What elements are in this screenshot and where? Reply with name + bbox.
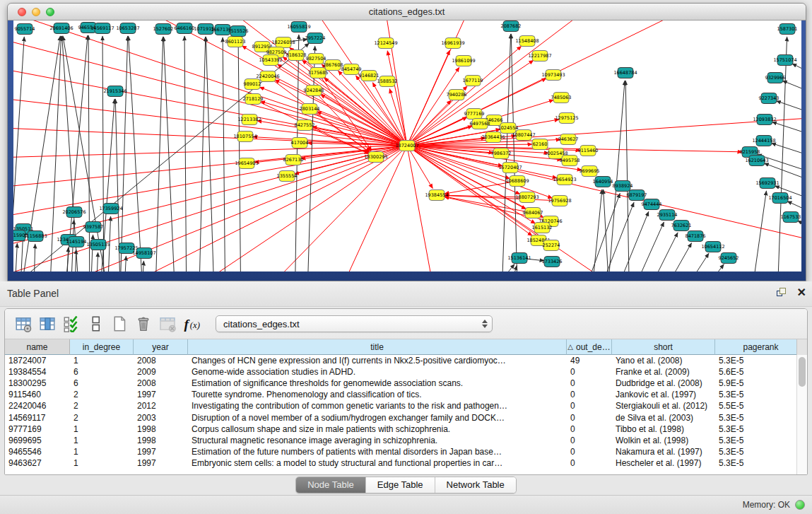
graph-edge[interactable] bbox=[500, 265, 517, 271]
column-header-title[interactable]: title bbox=[188, 339, 567, 355]
graph-node[interactable]: 21915346 bbox=[103, 86, 126, 97]
graph-edge[interactable] bbox=[199, 37, 206, 271]
graph-node[interactable]: 417004 bbox=[291, 138, 309, 148]
graph-node[interactable]: 8267130 bbox=[283, 155, 304, 165]
graph-node[interactable]: 16648784 bbox=[613, 68, 637, 78]
table-row[interactable]: 1938455462009Genome-wide association stu… bbox=[5, 366, 807, 378]
graph-node[interactable]: 20691406 bbox=[49, 23, 73, 34]
vertical-scrollbar[interactable] bbox=[796, 355, 807, 474]
graph-node[interactable]: 7986372 bbox=[491, 148, 512, 159]
graph-node[interactable]: 9329966 bbox=[765, 73, 786, 83]
graph-node[interactable]: 6879197 bbox=[627, 190, 647, 201]
float-panel-icon[interactable] bbox=[776, 287, 787, 298]
graph-node[interactable]: 12124549 bbox=[374, 38, 397, 49]
graph-node[interactable]: 9699695 bbox=[579, 166, 600, 177]
graph-edge[interactable] bbox=[247, 150, 403, 271]
graph-edge[interactable] bbox=[606, 81, 625, 271]
graph-node[interactable]: 9495758 bbox=[560, 156, 580, 166]
table-row[interactable]: 2242004622012Investigating the contribut… bbox=[5, 400, 807, 411]
table-row[interactable]: 969969511998Structural magnetic resonanc… bbox=[5, 435, 807, 446]
graph-node[interactable]: 15692931 bbox=[755, 178, 779, 189]
graph-edge[interactable] bbox=[771, 143, 801, 165]
graph-node[interactable]: 252274 bbox=[543, 240, 560, 251]
graph-node[interactable]: 19654903 bbox=[235, 158, 258, 169]
graph-node[interactable]: 12217987 bbox=[528, 51, 551, 62]
graph-node[interactable]: 7632621 bbox=[671, 221, 692, 231]
table-row[interactable]: 1830029562008Estimation of significance … bbox=[5, 378, 807, 389]
graph-node[interactable]: 12213382 bbox=[237, 115, 261, 125]
graph-edge[interactable] bbox=[13, 243, 17, 271]
graph-node[interactable]: 19861099 bbox=[452, 56, 475, 66]
graph-node[interactable]: 20206576 bbox=[62, 207, 86, 218]
scrollbar-thumb[interactable] bbox=[799, 357, 806, 387]
graph-edge[interactable] bbox=[792, 64, 801, 88]
graph-node[interactable]: 12093832 bbox=[753, 115, 776, 125]
graph-edge[interactable] bbox=[33, 244, 35, 271]
graph-node[interactable]: 13505135 bbox=[86, 240, 110, 250]
graph-node[interactable]: 9684067 bbox=[523, 208, 543, 218]
graph-edge[interactable] bbox=[589, 202, 634, 271]
column-visibility-icon[interactable] bbox=[37, 314, 57, 334]
graph-node[interactable]: 18226058 bbox=[271, 37, 295, 48]
graph-node[interactable]: 1615132 bbox=[532, 223, 553, 233]
graph-node[interactable]: 15136141 bbox=[507, 253, 531, 264]
column-header-in_degree[interactable]: in_degree bbox=[70, 339, 134, 355]
graph-edge[interactable] bbox=[772, 122, 801, 144]
graph-edge[interactable] bbox=[589, 189, 602, 271]
graph-node[interactable]: 1527602 bbox=[153, 24, 174, 35]
graph-node[interactable]: 2935114 bbox=[657, 210, 678, 221]
graph-edge[interactable] bbox=[511, 34, 518, 271]
graph-edge[interactable] bbox=[88, 35, 90, 271]
graph-node[interactable]: 7957224 bbox=[305, 33, 326, 44]
graph-node[interactable]: 2087682 bbox=[501, 21, 522, 32]
graph-edge[interactable] bbox=[259, 87, 401, 144]
column-header-short[interactable]: short bbox=[612, 339, 715, 355]
graph-node[interactable]: 2718129 bbox=[243, 94, 264, 105]
graph-node[interactable]: 19654923 bbox=[553, 175, 576, 185]
graph-edge[interactable] bbox=[74, 250, 76, 271]
graph-node[interactable]: 7485063 bbox=[551, 93, 572, 103]
graph-node[interactable]: 18107554 bbox=[233, 132, 257, 142]
graph-node[interactable]: 1145194 bbox=[66, 237, 87, 247]
table-row[interactable]: 1872400712008Changes of HCN gene express… bbox=[5, 355, 807, 366]
graph-edge[interactable] bbox=[331, 151, 405, 271]
graph-edge[interactable] bbox=[102, 36, 104, 271]
graph-edge[interactable] bbox=[410, 67, 459, 141]
table-settings-icon[interactable] bbox=[13, 314, 33, 334]
graph-node[interactable]: 8471876 bbox=[686, 231, 706, 242]
graph-edge[interactable] bbox=[155, 37, 163, 271]
table-row[interactable]: 1456911722003Disruption of a novel membe… bbox=[5, 411, 807, 423]
graph-node[interactable]: 1733426 bbox=[542, 257, 563, 267]
graph-edge[interactable] bbox=[667, 253, 709, 271]
graph-node[interactable]: 7940286 bbox=[447, 90, 467, 100]
graph-edge[interactable] bbox=[408, 151, 437, 271]
graph-node[interactable]: 10654112 bbox=[701, 242, 724, 252]
graph-edge[interactable] bbox=[798, 221, 801, 243]
graph-node[interactable]: 9777169 bbox=[464, 109, 485, 119]
graph-node[interactable]: 11548408 bbox=[515, 36, 539, 47]
graph-node[interactable]: 7515526 bbox=[228, 26, 249, 37]
graph-edge[interactable] bbox=[748, 191, 766, 271]
graph-edge[interactable] bbox=[683, 264, 724, 271]
delete-table-icon[interactable] bbox=[134, 314, 153, 334]
graph-node[interactable]: 6497568 bbox=[470, 119, 490, 129]
graph-edge[interactable] bbox=[95, 252, 98, 271]
graph-node[interactable]: 1167533 bbox=[781, 212, 801, 223]
graph-node[interactable]: 12975125 bbox=[555, 113, 578, 124]
graph-node[interactable]: 6466160 bbox=[175, 23, 195, 34]
graph-node[interactable]: 1355554 bbox=[277, 171, 298, 182]
graph-edge[interactable] bbox=[238, 39, 241, 271]
graph-node[interactable]: 1640954 bbox=[593, 177, 613, 187]
graph-edge[interactable] bbox=[372, 83, 404, 141]
graph-node[interactable]: 10653287 bbox=[116, 23, 139, 34]
graph-node[interactable]: 989012 bbox=[244, 79, 261, 90]
select-columns-icon[interactable] bbox=[61, 314, 81, 334]
graph-node[interactable]: 2803144 bbox=[300, 104, 320, 115]
close-panel-icon[interactable]: ✕ bbox=[797, 287, 806, 298]
tab-edge-table[interactable]: Edge Table bbox=[366, 477, 435, 493]
graph-node[interactable]: 16055819 bbox=[287, 22, 310, 33]
network-canvas[interactable]: 1872400786011238912954182260589827509818… bbox=[13, 21, 801, 271]
graph-node[interactable]: 19756928 bbox=[548, 196, 571, 206]
graph-node[interactable]: 8601123 bbox=[225, 37, 246, 47]
graph-node[interactable]: 8938924 bbox=[613, 181, 633, 192]
